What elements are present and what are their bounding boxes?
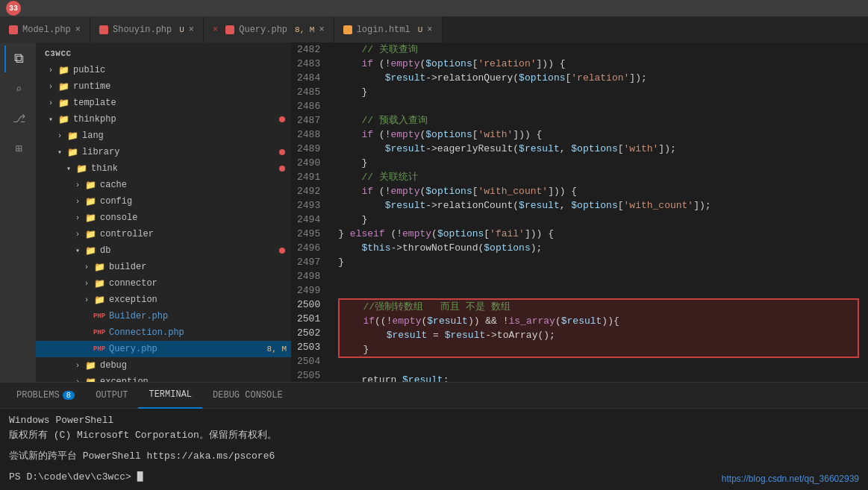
chevron-right-icon: › [72,198,84,206]
folder-item[interactable]: ›📁exception [36,374,291,382]
terminal-line: Windows PowerShell [9,413,859,428]
file-item[interactable]: PHPBuilder.php [36,308,291,324]
git-icon[interactable]: ⎇ [4,105,31,132]
folder-item[interactable]: ›📁connector [36,275,291,292]
folder-item[interactable]: ›📁builder [36,259,291,275]
code-line: $result->eagerlyResult($result, $options… [338,142,862,156]
code-line: $result = $result->toArray(); [340,328,858,342]
folder-icon: 📁 [75,163,88,175]
modified-dot [279,116,285,122]
line-number: 2487 [297,113,320,128]
file-item[interactable]: PHPConnection.php [36,324,291,341]
tree-item-label: public [73,65,105,75]
terminal-line [9,443,859,449]
php-icon: PHP [93,312,106,320]
tab-Shouyinphp[interactable]: Shouyin.php U× [90,16,204,43]
line-number: 2493 [297,198,320,213]
line-number: 2486 [297,99,320,113]
modified-dot [279,166,285,172]
search-icon[interactable]: ⌕ [4,75,31,102]
line-number: 2500 [297,298,320,312]
folder-item[interactable]: ›📁cache [36,177,291,193]
line-number: 2491 [297,170,320,184]
folder-item[interactable]: ▾📁db [36,242,291,259]
line-number: 2492 [297,184,320,198]
main-area: ⧉ ⌕ ⎇ ⊞ C3WCC›📁public›📁runtime›📁template… [0,43,868,382]
folder-item[interactable]: ›📁runtime [36,78,291,95]
line-number: 2495 [297,227,320,241]
folder-item[interactable]: ›📁controller [36,226,291,242]
line-number: 2490 [297,156,320,170]
modified-dot [279,149,285,155]
code-line: return $result; [338,373,862,382]
tab-loginhtml[interactable]: login.html U× [334,16,443,43]
file-item[interactable]: PHPQuery.php8, M [36,341,291,357]
line-number: 2499 [297,283,320,298]
code-lines: // 关联查询 if (!empty($options['relation'])… [332,43,868,382]
folder-item[interactable]: ▾📁think [36,160,291,177]
folder-icon: 📁 [84,245,97,257]
folder-item[interactable]: ›📁debug [36,357,291,374]
folder-icon: 📁 [84,196,97,207]
line-number: 2494 [297,213,320,227]
line-number: 2502 [297,326,320,340]
folder-item[interactable]: ›📁public [36,62,291,78]
line-number: 2498 [297,269,320,283]
code-line: // 预载入查询 [338,113,862,128]
terminal-tab-output[interactable]: OUTPUT [85,383,138,409]
folder-item[interactable]: ▾📁library [36,144,291,160]
chevron-right-icon: › [72,181,84,189]
folder-item[interactable]: ›📁template [36,95,291,111]
chevron-right-icon: › [81,263,93,271]
tab-close-button[interactable]: × [427,25,432,35]
code-line: } [340,342,858,356]
tab-Queryphp[interactable]: × Query.php 8, M× [204,16,334,43]
tree-item-label: cache [100,180,127,190]
terminal-tab-label: PROBLEMS [16,390,60,401]
code-area[interactable]: 2482248324842485248624872488248924902491… [291,43,868,382]
code-line: } [338,255,862,269]
chevron-right-icon: › [81,280,93,288]
terminal-tab-debug-console[interactable]: DEBUG CONSOLE [202,383,293,409]
php-icon: PHP [93,345,106,353]
line-number: 2503 [297,340,320,354]
code-line: } [338,213,862,227]
folder-icon: 📁 [93,262,106,273]
code-line: } [338,156,862,170]
tree-item-label: Connection.php [109,327,184,338]
chevron-down-icon: ▾ [63,164,75,173]
code-line: if (!empty($options['with'])) { [338,128,862,142]
code-line: $result->relationCount($result, $options… [338,198,862,213]
folder-icon: 📁 [93,278,106,289]
code-line: $this->throwNotFound($options); [338,241,862,255]
tab-bar: Model.php× Shouyin.php U×× Query.php 8, … [0,16,868,43]
tree-item-label: controller [100,229,154,239]
tree-item-label: Query.php [109,344,157,354]
folder-item[interactable]: ›📁lang [36,128,291,144]
folder-item[interactable]: ▾📁thinkphp [36,111,291,128]
terminal-line: 版权所有 (C) Microsoft Corporation。保留所有权利。 [9,428,859,443]
tab-badge: 8, M [295,25,314,34]
chevron-right-icon: › [72,230,84,239]
code-line: $result->relationQuery($options['relatio… [338,71,862,85]
tab-Modelphp[interactable]: Model.php× [0,16,90,43]
code-line: } elseif (!empty($options['fail'])) { [338,227,862,241]
folder-item[interactable]: ›📁config [36,193,291,210]
line-number: 2483 [297,57,320,71]
line-numbers: 2482248324842485248624872488248924902491… [291,43,332,382]
terminal-tab-terminal[interactable]: TERMINAL [138,383,202,409]
folder-item[interactable]: ›📁exception [36,292,291,308]
extensions-icon[interactable]: ⊞ [4,135,31,162]
folder-icon: 📁 [57,65,70,76]
folder-item[interactable]: ›📁console [36,210,291,226]
terminal-tab-problems[interactable]: PROBLEMS8 [6,383,85,409]
tab-close-x: × [213,25,218,35]
tab-close-button[interactable]: × [319,25,324,35]
tab-close-button[interactable]: × [189,25,194,35]
tab-close-button[interactable]: × [75,25,81,35]
files-icon[interactable]: ⧉ [4,45,31,72]
folder-icon: 📁 [84,360,97,371]
avatar: 33 [6,1,21,16]
editor: 2482248324842485248624872488248924902491… [291,43,868,382]
chevron-right-icon: › [45,99,57,107]
